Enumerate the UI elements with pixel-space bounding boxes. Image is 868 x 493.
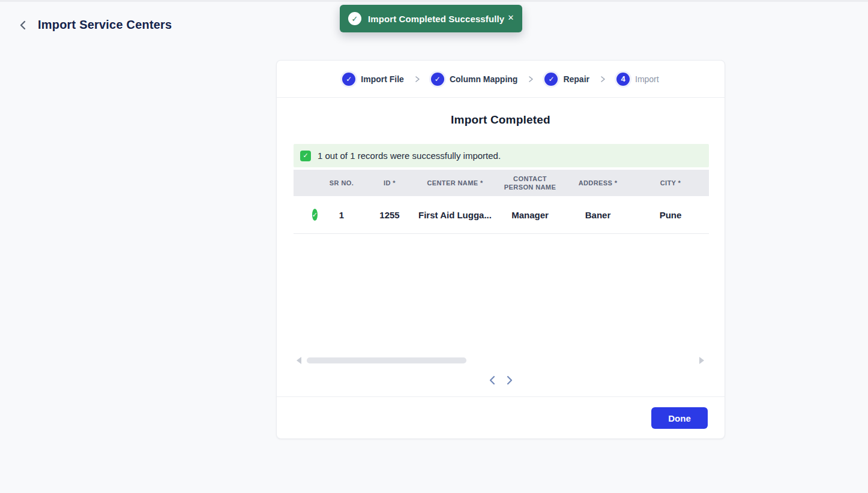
back-button[interactable] bbox=[16, 19, 30, 33]
cell-contact-person: Manager bbox=[496, 210, 564, 220]
step-label: Import bbox=[635, 74, 659, 84]
chevron-right-icon bbox=[600, 76, 606, 83]
column-header-sr-no: SR NO. bbox=[318, 179, 366, 187]
step-number-badge: 4 bbox=[616, 73, 630, 86]
done-button[interactable]: Done bbox=[651, 407, 708, 429]
import-completed-heading: Import Completed bbox=[277, 113, 725, 127]
cell-city: Pune bbox=[632, 210, 709, 220]
close-icon[interactable]: ✕ bbox=[505, 12, 516, 23]
step-repair[interactable]: ✓ Repair bbox=[544, 73, 589, 86]
import-wizard-card: ✓ Import File ✓ Column Mapping ✓ Repair … bbox=[276, 60, 725, 439]
column-header-contact-person: CONTACT PERSON NAME bbox=[496, 175, 564, 191]
toast-message: Import Completed Successfully bbox=[368, 14, 504, 24]
step-check-icon: ✓ bbox=[544, 73, 558, 86]
page-top-divider bbox=[0, 0, 868, 2]
checkbox-checked-icon: ✓ bbox=[300, 151, 311, 161]
chevron-right-icon bbox=[414, 76, 421, 83]
check-circle-icon: ✓ bbox=[348, 12, 361, 25]
next-page-button[interactable] bbox=[504, 375, 515, 387]
step-label: Column Mapping bbox=[450, 74, 518, 84]
step-label: Repair bbox=[563, 74, 589, 84]
step-import-file[interactable]: ✓ Import File bbox=[342, 73, 404, 86]
table-header-row: SR NO. ID * CENTER NAME * CONTACT PERSON… bbox=[294, 170, 709, 196]
card-footer: Done bbox=[277, 396, 725, 438]
success-banner: ✓ 1 out of 1 records were successfully i… bbox=[294, 144, 709, 167]
chevron-right-icon bbox=[528, 76, 534, 83]
column-header-id: ID * bbox=[366, 179, 414, 187]
chevron-right-icon bbox=[505, 375, 514, 387]
column-header-center-name: CENTER NAME * bbox=[414, 179, 496, 187]
step-check-icon: ✓ bbox=[342, 73, 355, 86]
cell-sr-no: 1 bbox=[318, 210, 366, 220]
chevron-left-icon bbox=[19, 20, 28, 32]
table-pagination bbox=[277, 375, 725, 387]
step-check-icon: ✓ bbox=[431, 73, 444, 86]
scroll-left-arrow-icon[interactable] bbox=[297, 357, 301, 364]
row-success-icon: ✓ bbox=[312, 209, 318, 221]
column-header-address: ADDRESS * bbox=[564, 179, 632, 187]
success-toast: ✓ Import Completed Successfully ✕ bbox=[340, 5, 522, 32]
step-column-mapping[interactable]: ✓ Column Mapping bbox=[431, 73, 518, 86]
page-title: Import Service Centers bbox=[38, 18, 172, 32]
table-row: ✓ 1 1255 First Aid Lugga... Manager Bane… bbox=[294, 196, 709, 234]
step-label: Import File bbox=[361, 74, 404, 84]
success-banner-text: 1 out of 1 records were successfully imp… bbox=[318, 151, 501, 161]
cell-address: Baner bbox=[564, 210, 632, 220]
step-import[interactable]: 4 Import bbox=[616, 73, 659, 86]
wizard-stepper: ✓ Import File ✓ Column Mapping ✓ Repair … bbox=[277, 61, 725, 98]
chevron-left-icon bbox=[488, 375, 496, 387]
scroll-right-arrow-icon[interactable] bbox=[699, 357, 704, 364]
cell-id: 1255 bbox=[366, 210, 414, 220]
cell-center-name: First Aid Lugga... bbox=[414, 210, 496, 220]
horizontal-scrollbar-thumb[interactable] bbox=[307, 357, 466, 363]
prev-page-button[interactable] bbox=[487, 375, 498, 387]
column-header-city: CITY * bbox=[632, 179, 709, 187]
